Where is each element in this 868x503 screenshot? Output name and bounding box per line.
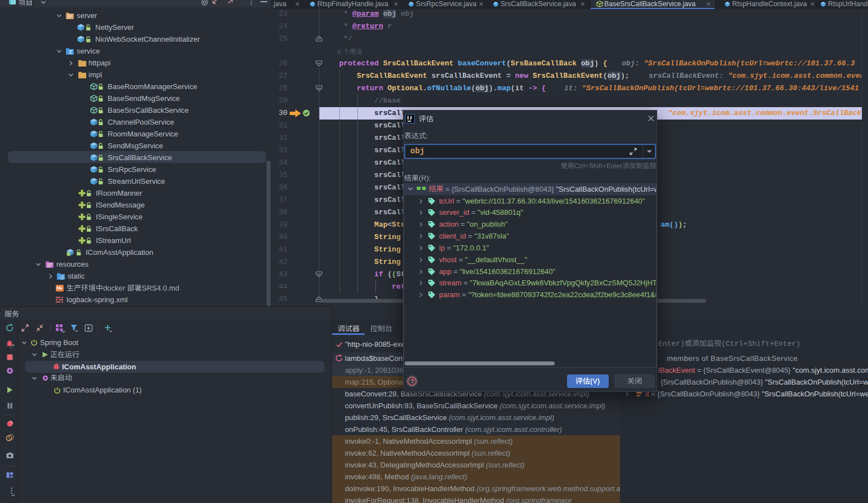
svg-text:?: ? bbox=[410, 378, 414, 385]
